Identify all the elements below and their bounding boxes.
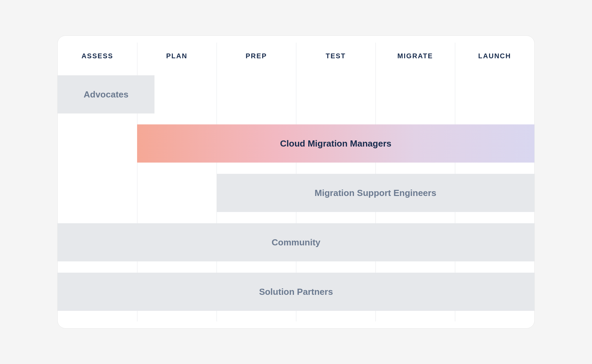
- phase-header-assess: Assess: [58, 52, 137, 60]
- phase-header-prep: Prep: [217, 52, 296, 60]
- bar-label: Cloud Migration Managers: [280, 138, 391, 149]
- phase-header-launch: Launch: [455, 52, 534, 60]
- bar-migration-support-engineers: Migration Support Engineers: [217, 174, 534, 212]
- phase-chart-card: Assess Plan Prep Test Migrate Launch Adv…: [57, 35, 535, 329]
- phase-grid: Assess Plan Prep Test Migrate Launch Adv…: [58, 36, 534, 328]
- bar-label: Solution Partners: [259, 287, 333, 297]
- bar-label: Migration Support Engineers: [315, 188, 436, 198]
- phase-header-test: Test: [296, 52, 375, 60]
- bar-cloud-migration-managers: Cloud Migration Managers: [137, 124, 534, 163]
- bar-label: Advocates: [84, 89, 129, 100]
- bar-label: Community: [272, 237, 321, 248]
- bar-advocates: Advocates: [58, 75, 154, 113]
- bar-solution-partners: Solution Partners: [58, 273, 534, 311]
- phase-header-row: Assess Plan Prep Test Migrate Launch: [58, 52, 534, 60]
- phase-header-plan: Plan: [137, 52, 217, 60]
- bar-community: Community: [58, 223, 534, 261]
- phase-header-migrate: Migrate: [375, 52, 455, 60]
